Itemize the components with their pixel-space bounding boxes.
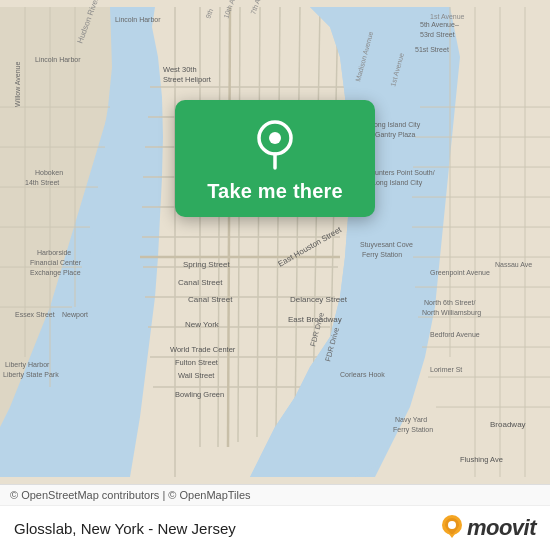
location-text: Glosslab, New York - New Jersey	[14, 520, 236, 537]
svg-text:Stuyvesant Cove: Stuyvesant Cove	[360, 241, 413, 249]
svg-text:Canal Street: Canal Street	[188, 295, 233, 304]
svg-text:Spring Street: Spring Street	[183, 260, 230, 269]
svg-text:Liberty State Park: Liberty State Park	[3, 371, 59, 379]
svg-text:Fulton Street: Fulton Street	[175, 358, 219, 367]
svg-text:Essex Street: Essex Street	[15, 311, 55, 318]
popup-card[interactable]: Take me there	[175, 100, 375, 217]
svg-text:Lorimer St: Lorimer St	[430, 366, 462, 373]
svg-text:Ferry Station: Ferry Station	[362, 251, 402, 259]
svg-text:5th Avenue–: 5th Avenue–	[420, 21, 459, 28]
svg-text:14th Street: 14th Street	[25, 179, 59, 186]
svg-text:Exchange Place: Exchange Place	[30, 269, 81, 277]
app-container: Hudson River Lincoln Harbor Lincoln Harb…	[0, 0, 550, 550]
moovit-pin-icon	[441, 514, 463, 542]
svg-text:51st Street: 51st Street	[415, 46, 449, 53]
svg-text:West 30th: West 30th	[163, 65, 197, 74]
bottom-bar: © OpenStreetMap contributors | © OpenMap…	[0, 484, 550, 550]
svg-text:Broadway: Broadway	[490, 420, 526, 429]
svg-text:Bowling Green: Bowling Green	[175, 390, 224, 399]
svg-text:World Trade Center: World Trade Center	[170, 345, 236, 354]
svg-text:Long Island City: Long Island City	[370, 121, 421, 129]
svg-text:Nassau Ave: Nassau Ave	[495, 261, 532, 268]
moovit-wordmark: moovit	[467, 515, 536, 541]
svg-text:Hunters Point South/: Hunters Point South/	[370, 169, 435, 176]
svg-text:Financial Center: Financial Center	[30, 259, 82, 266]
info-row: Glosslab, New York - New Jersey moovit	[0, 506, 550, 550]
svg-text:Liberty Harbor: Liberty Harbor	[5, 361, 50, 369]
popup-label: Take me there	[207, 180, 343, 203]
svg-text:Wall Street: Wall Street	[178, 371, 215, 380]
svg-text:Lincoln Harbor: Lincoln Harbor	[35, 56, 81, 63]
svg-text:Navy Yard: Navy Yard	[395, 416, 427, 424]
svg-text:Gantry Plaza: Gantry Plaza	[375, 131, 416, 139]
svg-text:Lincoln Harbor: Lincoln Harbor	[115, 16, 161, 23]
map-svg: Hudson River Lincoln Harbor Lincoln Harb…	[0, 0, 550, 484]
svg-text:Street Heliport: Street Heliport	[163, 75, 212, 84]
svg-text:Flushing Ave: Flushing Ave	[460, 455, 503, 464]
svg-text:North 6th Street/: North 6th Street/	[424, 299, 475, 306]
svg-text:Newport: Newport	[62, 311, 88, 319]
attribution-text: © OpenStreetMap contributors | © OpenMap…	[10, 489, 251, 501]
svg-text:Harborside: Harborside	[37, 249, 71, 256]
svg-text:Ferry Station: Ferry Station	[393, 426, 433, 434]
map-container[interactable]: Hudson River Lincoln Harbor Lincoln Harb…	[0, 0, 550, 484]
svg-text:1st Avenue: 1st Avenue	[430, 13, 465, 20]
attribution-row: © OpenStreetMap contributors | © OpenMap…	[0, 485, 550, 506]
location-pin-icon	[249, 118, 301, 170]
svg-text:Greenpoint Avenue: Greenpoint Avenue	[430, 269, 490, 277]
svg-text:53rd Street: 53rd Street	[420, 31, 455, 38]
svg-text:Corlears Hook: Corlears Hook	[340, 371, 385, 378]
svg-text:North Williamsburg: North Williamsburg	[422, 309, 481, 317]
svg-point-108	[269, 132, 281, 144]
svg-text:Hoboken: Hoboken	[35, 169, 63, 176]
svg-marker-112	[449, 534, 455, 538]
svg-text:Willow Avenue: Willow Avenue	[14, 61, 21, 107]
svg-text:Canal Street: Canal Street	[178, 278, 223, 287]
svg-text:Long Island City: Long Island City	[372, 179, 423, 187]
svg-text:Delancey Street: Delancey Street	[290, 295, 348, 304]
svg-text:New York: New York	[185, 320, 220, 329]
svg-point-111	[448, 521, 456, 529]
moovit-logo[interactable]: moovit	[441, 514, 536, 542]
svg-text:Bedford Avenue: Bedford Avenue	[430, 331, 480, 338]
